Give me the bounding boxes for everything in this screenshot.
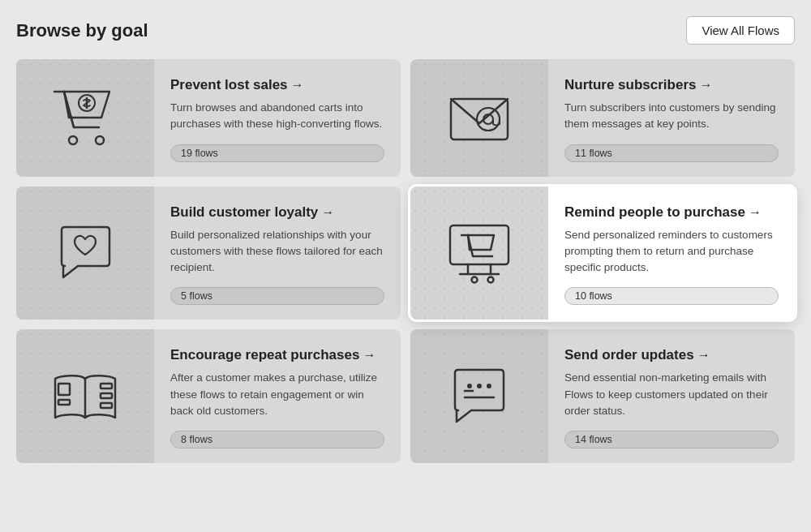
svg-point-6 — [477, 108, 500, 131]
view-all-flows-button[interactable]: View All Flows — [686, 16, 795, 45]
svg-point-0 — [69, 136, 77, 144]
badge-encourage-repeat-purchases: 8 flows — [170, 431, 384, 448]
card-desc-build-customer-loyalty: Build personalized relationships with yo… — [170, 227, 384, 277]
card-icon-area-encourage-repeat-purchases — [16, 329, 154, 463]
arrow-icon: → — [697, 348, 710, 363]
arrow-icon: → — [700, 78, 713, 92]
svg-point-20 — [467, 384, 472, 388]
card-desc-send-order-updates: Send essential non-marketing emails with… — [564, 370, 779, 419]
goals-grid: Prevent lost sales → Turn browses and ab… — [16, 59, 795, 463]
card-content-nurture-subscribers: Nurture subscribers → Turn subscribers i… — [548, 59, 795, 177]
svg-point-22 — [487, 384, 491, 388]
arrow-icon: → — [291, 78, 304, 92]
card-content-build-customer-loyalty: Build customer loyalty → Build personali… — [154, 187, 401, 320]
badge-prevent-lost-sales: 19 flows — [170, 144, 384, 162]
svg-point-12 — [472, 277, 478, 282]
card-desc-encourage-repeat-purchases: After a customer makes a purchase, utili… — [170, 370, 384, 419]
icon-cart-dollar — [53, 88, 118, 147]
svg-rect-15 — [58, 384, 70, 395]
card-encourage-repeat-purchases[interactable]: Encourage repeat purchases → After a cus… — [16, 329, 401, 463]
card-icon-area-send-order-updates — [410, 329, 548, 463]
card-send-order-updates[interactable]: Send order updates → Send essential non-… — [410, 329, 795, 463]
badge-remind-people-to-purchase: 10 flows — [564, 287, 779, 305]
arrow-icon: → — [321, 205, 334, 220]
card-prevent-lost-sales[interactable]: Prevent lost sales → Turn browses and ab… — [16, 59, 401, 177]
icon-chat-list — [448, 367, 510, 427]
svg-rect-16 — [58, 400, 70, 405]
card-desc-prevent-lost-sales: Turn browses and abandoned carts into pu… — [170, 100, 384, 133]
card-title-prevent-lost-sales: Prevent lost sales → — [170, 77, 384, 93]
page-title: Browse by goal — [16, 20, 148, 41]
icon-envelope-at — [446, 89, 513, 146]
svg-point-13 — [488, 277, 494, 282]
card-content-send-order-updates: Send order updates → Send essential non-… — [548, 329, 795, 463]
card-icon-area-nurture-subscribers — [410, 59, 548, 177]
svg-rect-17 — [101, 384, 112, 388]
badge-send-order-updates: 14 flows — [564, 431, 779, 448]
svg-point-1 — [96, 136, 104, 144]
card-icon-area-prevent-lost-sales — [16, 59, 154, 177]
svg-rect-18 — [101, 393, 112, 398]
icon-monitor-cart — [445, 221, 513, 285]
icon-open-book — [52, 369, 118, 424]
badge-build-customer-loyalty: 5 flows — [170, 287, 384, 305]
svg-point-21 — [477, 384, 482, 388]
badge-nurture-subscribers: 11 flows — [564, 144, 779, 162]
card-title-build-customer-loyalty: Build customer loyalty → — [170, 204, 384, 221]
card-title-encourage-repeat-purchases: Encourage repeat purchases → — [170, 347, 384, 363]
card-title-send-order-updates: Send order updates → — [564, 347, 779, 363]
card-title-nurture-subscribers: Nurture subscribers → — [564, 77, 779, 93]
icon-chat-heart — [55, 224, 116, 282]
svg-rect-8 — [450, 225, 508, 264]
arrow-icon: → — [749, 205, 762, 220]
card-desc-remind-people-to-purchase: Send personalized reminders to customers… — [564, 227, 779, 277]
page-header: Browse by goal View All Flows — [16, 16, 795, 45]
card-icon-area-remind-people-to-purchase — [410, 187, 548, 320]
svg-rect-19 — [101, 403, 112, 408]
card-build-customer-loyalty[interactable]: Build customer loyalty → Build personali… — [16, 187, 401, 320]
card-title-remind-people-to-purchase: Remind people to purchase → — [564, 204, 779, 221]
card-icon-area-build-customer-loyalty — [16, 187, 154, 320]
card-desc-nurture-subscribers: Turn subscribers into customers by sendi… — [564, 100, 779, 133]
card-content-prevent-lost-sales: Prevent lost sales → Turn browses and ab… — [154, 59, 401, 177]
card-nurture-subscribers[interactable]: Nurture subscribers → Turn subscribers i… — [410, 59, 795, 177]
card-remind-people-to-purchase[interactable]: Remind people to purchase → Send persona… — [410, 187, 795, 320]
card-content-encourage-repeat-purchases: Encourage repeat purchases → After a cus… — [154, 329, 401, 463]
arrow-icon: → — [363, 348, 375, 363]
card-content-remind-people-to-purchase: Remind people to purchase → Send persona… — [548, 187, 795, 320]
